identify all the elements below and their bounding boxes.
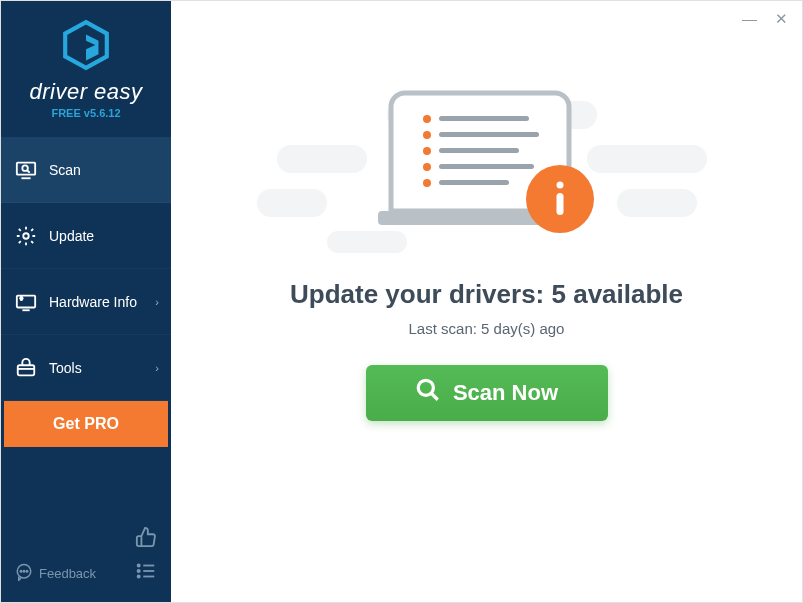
thumbs-up-icon[interactable] xyxy=(135,526,157,552)
gear-update-icon xyxy=(15,225,37,247)
window-close-button[interactable]: ✕ xyxy=(775,11,788,26)
speech-bubble-icon xyxy=(15,563,33,584)
svg-point-17 xyxy=(138,575,140,577)
svg-rect-25 xyxy=(439,132,539,137)
svg-rect-23 xyxy=(439,116,529,121)
feedback-label: Feedback xyxy=(39,566,96,581)
headline: Update your drivers: 5 available xyxy=(290,279,683,310)
app-logo-icon xyxy=(60,57,112,74)
svg-rect-10 xyxy=(18,365,35,375)
svg-rect-34 xyxy=(556,193,563,215)
sidebar-item-update[interactable]: Update xyxy=(1,203,171,269)
sidebar-item-label: Update xyxy=(49,228,94,244)
svg-marker-0 xyxy=(65,22,107,68)
toolbox-icon xyxy=(15,357,37,379)
svg-line-4 xyxy=(27,170,30,173)
svg-point-3 xyxy=(22,165,27,171)
svg-point-5 xyxy=(23,233,29,239)
scan-now-button[interactable]: Scan Now xyxy=(366,365,608,421)
svg-point-22 xyxy=(423,115,431,123)
svg-point-35 xyxy=(418,380,433,395)
window-minimize-button[interactable]: — xyxy=(742,11,757,26)
main-panel: — ✕ xyxy=(171,1,802,602)
svg-rect-27 xyxy=(439,148,519,153)
scan-illustration xyxy=(257,81,717,251)
magnifier-icon xyxy=(415,377,441,409)
headline-post: available xyxy=(566,279,683,309)
feedback-button[interactable]: Feedback xyxy=(15,563,96,584)
sidebar-item-label: Scan xyxy=(49,162,81,178)
svg-rect-29 xyxy=(439,164,534,169)
svg-point-15 xyxy=(138,564,140,566)
svg-point-16 xyxy=(138,570,140,572)
svg-point-28 xyxy=(423,163,431,171)
monitor-info-icon: i xyxy=(15,291,37,313)
svg-point-14 xyxy=(26,570,28,572)
brand-block: driver easy FREE v5.6.12 xyxy=(1,1,171,129)
chevron-right-icon: › xyxy=(155,362,159,374)
sidebar-item-tools[interactable]: Tools › xyxy=(1,335,171,401)
brand-name: driver easy xyxy=(1,79,171,105)
svg-point-24 xyxy=(423,131,431,139)
svg-point-12 xyxy=(20,570,22,572)
sidebar-nav: Scan Update i xyxy=(1,137,171,447)
svg-point-13 xyxy=(23,570,25,572)
headline-count: 5 xyxy=(551,279,565,309)
window-controls: — ✕ xyxy=(742,11,788,26)
brand-version: FREE v5.6.12 xyxy=(1,107,171,119)
sidebar-item-hardware-info[interactable]: i Hardware Info › xyxy=(1,269,171,335)
sidebar: driver easy FREE v5.6.12 Scan xyxy=(1,1,171,602)
svg-rect-31 xyxy=(439,180,509,185)
chevron-right-icon: › xyxy=(155,296,159,308)
sidebar-item-label: Tools xyxy=(49,360,82,376)
info-badge-icon xyxy=(526,165,594,233)
sidebar-item-scan[interactable]: Scan xyxy=(1,137,171,203)
scan-now-label: Scan Now xyxy=(453,380,558,406)
svg-line-36 xyxy=(431,393,438,400)
sidebar-footer: Feedback xyxy=(1,516,171,602)
svg-point-30 xyxy=(423,179,431,187)
get-pro-button[interactable]: Get PRO xyxy=(4,401,168,447)
list-menu-icon[interactable] xyxy=(135,560,157,586)
monitor-search-icon xyxy=(15,159,37,181)
headline-pre: Update your drivers: xyxy=(290,279,552,309)
svg-point-33 xyxy=(556,182,563,189)
sidebar-item-label: Hardware Info xyxy=(49,294,137,310)
last-scan-text: Last scan: 5 day(s) ago xyxy=(409,320,565,337)
svg-rect-1 xyxy=(17,162,35,174)
svg-point-26 xyxy=(423,147,431,155)
